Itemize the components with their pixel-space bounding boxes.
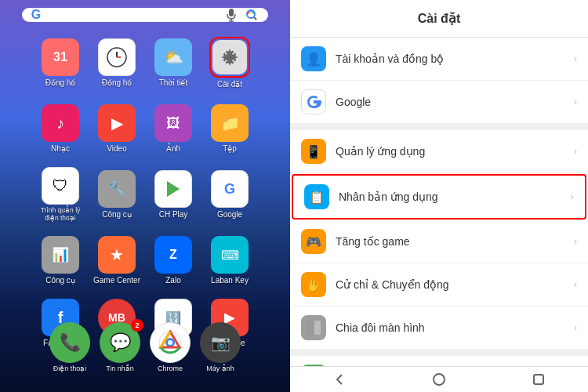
search-bar[interactable]: G [22, 8, 269, 22]
weather-label: Thời tiết [159, 78, 187, 87]
app-chplay[interactable]: CH Play [147, 163, 200, 226]
photos-label: Ảnh [166, 144, 180, 153]
tools-icon: 🔧 [98, 170, 136, 208]
dock-camera[interactable]: 📷 Máy ảnh [200, 322, 241, 372]
split-chevron: › [574, 322, 577, 333]
gesture-chevron: › [574, 279, 577, 290]
calendar-icon: 31 [42, 38, 79, 76]
split-icon [301, 315, 326, 340]
clone-label: Nhân bản ứng dụng [339, 191, 571, 203]
settings-item-clone[interactable]: 📋 Nhân bản ứng dụng › [292, 174, 586, 220]
app-security[interactable]: 🛡 Trình quản lý điện thoại [34, 163, 87, 226]
app-settings[interactable]: Cài đặt [203, 31, 256, 94]
app-tools2[interactable]: 📊 Công cụ [34, 229, 87, 292]
photos-icon: 🖼 [154, 104, 192, 142]
app-photos[interactable]: 🖼 Ảnh [147, 97, 200, 160]
nav-back[interactable] [328, 372, 351, 387]
video-icon: ▶ [98, 104, 136, 142]
clone-chevron: › [571, 191, 574, 202]
account-label: Tài khoản và đồng bộ [336, 53, 574, 65]
app-gamecenter[interactable]: ★ Game Center [90, 229, 143, 292]
dock-chrome[interactable]: Chrome [150, 322, 191, 372]
zalo-icon: Z [154, 236, 192, 274]
clock-label: Đồng hồ [102, 78, 132, 87]
clock-icon [98, 38, 136, 76]
messages-badge: 2 [131, 319, 143, 332]
app-calendar[interactable]: 31 Đồng hồ [34, 31, 87, 94]
app-grid: 31 Đồng hồ Đồng hồ ⛅ Thời tiết [31, 28, 260, 295]
mic-icon[interactable] [224, 8, 238, 22]
svg-point-16 [168, 340, 172, 345]
dock-camera-label: Máy ảnh [206, 365, 234, 372]
svg-marker-12 [167, 181, 180, 197]
dock-phone[interactable]: 📞 Điện thoại [49, 322, 90, 372]
messages-dock-icon: 💬 2 [100, 322, 140, 363]
app-files[interactable]: 📁 Tệp [203, 97, 256, 160]
settings-item-apps[interactable]: 📱 Quản lý ứng dụng › [290, 130, 588, 173]
nav-home[interactable] [427, 372, 451, 387]
speed-label: Tăng tốc game [336, 235, 574, 248]
phone-dock-icon: 📞 [49, 322, 90, 363]
svg-rect-17 [307, 321, 313, 335]
svg-rect-25 [534, 375, 543, 384]
weather-icon: ⛅ [154, 38, 192, 76]
labankey-icon: ⌨ [211, 236, 249, 274]
app-tools[interactable]: 🔧 Công cụ [90, 163, 143, 226]
app-music[interactable]: ♪ Nhạc [34, 97, 87, 160]
google-chevron: › [574, 96, 577, 107]
clone-icon: 📋 [304, 184, 329, 209]
chrome-dock-icon [150, 322, 191, 363]
bottom-dock: 📞 Điện thoại 💬 2 Tin nhắn [49, 322, 241, 372]
gamecenter-label: Game Center [93, 276, 140, 285]
google-settings-icon [301, 89, 326, 114]
speed-chevron: › [574, 236, 577, 247]
lens-icon[interactable] [245, 8, 259, 22]
camera-dock-icon: 📷 [200, 322, 241, 363]
tools2-icon: 📊 [42, 236, 79, 274]
svg-point-6 [252, 12, 255, 14]
apps-chevron: › [574, 146, 577, 157]
music-icon: ♪ [42, 104, 79, 142]
security-icon: 🛡 [42, 167, 79, 205]
calendar-label: Đồng hồ [45, 78, 76, 87]
dock-chrome-label: Chrome [158, 365, 183, 372]
settings-panel: Cài đặt 👤 Tài khoản và đồng bộ › Google … [290, 0, 588, 392]
settings-item-call[interactable]: 📞 Cuộc gọi › [290, 356, 588, 366]
app-google[interactable]: G Google [203, 163, 256, 226]
account-icon: 👤 [301, 46, 326, 71]
dock-messages-label: Tin nhắn [106, 365, 134, 372]
gesture-icon: ✋ [301, 272, 326, 297]
tools2-label: Công cụ [45, 276, 75, 285]
settings-item-google[interactable]: Google › [290, 81, 588, 124]
settings-item-account[interactable]: 👤 Tài khoản và đồng bộ › [290, 38, 588, 81]
app-labankey[interactable]: ⌨ Laban Key [203, 229, 256, 292]
app-video[interactable]: ▶ Video [90, 97, 143, 160]
nav-recent[interactable] [527, 372, 550, 387]
google-settings-label: Google [336, 96, 574, 108]
svg-point-24 [434, 374, 445, 385]
music-label: Nhạc [51, 144, 70, 153]
account-chevron: › [574, 53, 577, 64]
divider-1 [290, 124, 588, 130]
tools-label: Công cụ [102, 210, 132, 219]
split-label: Chia đôi màn hình [336, 321, 574, 334]
svg-rect-18 [314, 321, 321, 335]
apps-icon: 📱 [301, 139, 326, 164]
bottom-nav [290, 366, 588, 392]
app-zalo[interactable]: Z Zalo [147, 229, 200, 292]
app-clock[interactable]: Đồng hồ [90, 31, 143, 94]
settings-item-gesture[interactable]: ✋ Cử chỉ & Chuyển động › [290, 263, 588, 307]
divider-2 [290, 350, 588, 356]
settings-icon [212, 40, 247, 74]
settings-item-split[interactable]: Chia đôi màn hình › [290, 307, 588, 350]
google-logo: G [31, 8, 41, 22]
svg-line-7 [254, 17, 256, 20]
gesture-label: Cử chỉ & Chuyển động [336, 278, 574, 291]
app-weather[interactable]: ⛅ Thời tiết [147, 31, 200, 94]
dock-phone-label: Điện thoại [53, 365, 87, 372]
video-label: Video [107, 144, 126, 153]
settings-title: Cài đặt [290, 0, 588, 38]
files-label: Tệp [223, 144, 237, 153]
dock-messages[interactable]: 💬 2 Tin nhắn [100, 322, 140, 372]
settings-item-speed[interactable]: 🎮 Tăng tốc game › [290, 220, 588, 263]
